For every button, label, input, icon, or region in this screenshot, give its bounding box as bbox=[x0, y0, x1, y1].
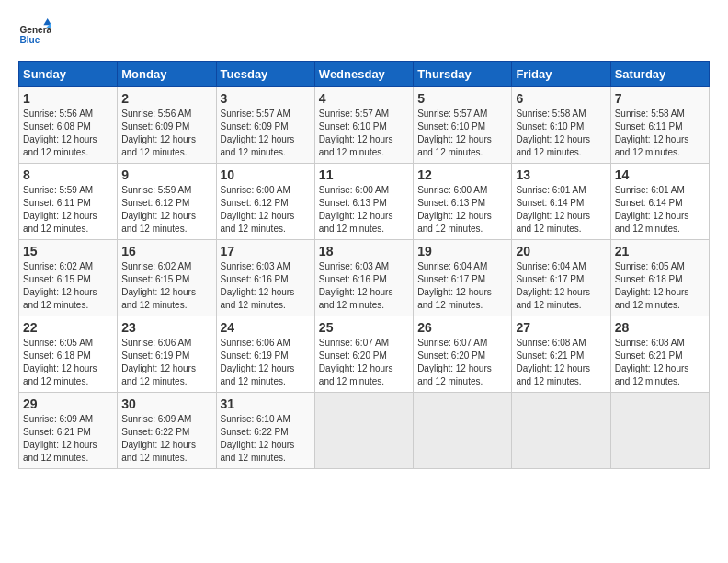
day-number: 2 bbox=[121, 91, 211, 106]
day-info: Sunrise: 6:09 AM Sunset: 6:21 PM Dayligh… bbox=[23, 413, 113, 465]
calendar-day-cell: 12Sunrise: 6:00 AM Sunset: 6:13 PM Dayli… bbox=[414, 164, 512, 240]
calendar-day-cell: 9Sunrise: 5:59 AM Sunset: 6:12 PM Daylig… bbox=[118, 164, 216, 240]
day-number: 18 bbox=[319, 244, 409, 259]
day-number: 21 bbox=[615, 244, 705, 259]
day-info: Sunrise: 5:57 AM Sunset: 6:10 PM Dayligh… bbox=[417, 108, 507, 159]
day-number: 26 bbox=[417, 320, 507, 335]
calendar-day-cell: 11Sunrise: 6:00 AM Sunset: 6:13 PM Dayli… bbox=[314, 164, 413, 240]
calendar-day-cell: 5Sunrise: 5:57 AM Sunset: 6:10 PM Daylig… bbox=[414, 87, 512, 164]
calendar-day-cell: 8Sunrise: 5:59 AM Sunset: 6:11 PM Daylig… bbox=[19, 164, 118, 240]
day-info: Sunrise: 5:58 AM Sunset: 6:11 PM Dayligh… bbox=[615, 108, 705, 159]
day-number: 27 bbox=[516, 320, 606, 335]
day-info: Sunrise: 6:00 AM Sunset: 6:13 PM Dayligh… bbox=[417, 184, 507, 236]
calendar-day-cell: 13Sunrise: 6:01 AM Sunset: 6:14 PM Dayli… bbox=[512, 164, 610, 240]
day-info: Sunrise: 6:10 AM Sunset: 6:22 PM Dayligh… bbox=[221, 413, 311, 465]
day-number: 29 bbox=[23, 396, 113, 411]
day-info: Sunrise: 6:08 AM Sunset: 6:21 PM Dayligh… bbox=[516, 337, 606, 388]
day-info: Sunrise: 6:05 AM Sunset: 6:18 PM Dayligh… bbox=[23, 337, 113, 388]
day-info: Sunrise: 6:06 AM Sunset: 6:19 PM Dayligh… bbox=[121, 337, 211, 388]
logo: General Blue bbox=[18, 18, 51, 52]
day-info: Sunrise: 6:04 AM Sunset: 6:17 PM Dayligh… bbox=[516, 260, 606, 312]
weekday-header-friday: Friday bbox=[512, 62, 610, 87]
day-number: 24 bbox=[221, 320, 311, 335]
calendar-day-cell: 18Sunrise: 6:03 AM Sunset: 6:16 PM Dayli… bbox=[314, 240, 413, 316]
day-info: Sunrise: 5:57 AM Sunset: 6:09 PM Dayligh… bbox=[221, 108, 311, 159]
day-number: 7 bbox=[615, 91, 705, 106]
day-info: Sunrise: 6:01 AM Sunset: 6:14 PM Dayligh… bbox=[615, 184, 705, 236]
calendar-day-cell: 29Sunrise: 6:09 AM Sunset: 6:21 PM Dayli… bbox=[19, 393, 118, 469]
calendar-day-cell: 20Sunrise: 6:04 AM Sunset: 6:17 PM Dayli… bbox=[512, 240, 610, 316]
calendar-day-cell: 16Sunrise: 6:02 AM Sunset: 6:15 PM Dayli… bbox=[118, 240, 216, 316]
day-number: 8 bbox=[23, 167, 113, 182]
day-info: Sunrise: 6:02 AM Sunset: 6:15 PM Dayligh… bbox=[23, 260, 113, 312]
day-info: Sunrise: 6:04 AM Sunset: 6:17 PM Dayligh… bbox=[417, 260, 507, 312]
day-number: 28 bbox=[615, 320, 705, 335]
calendar-day-cell: 19Sunrise: 6:04 AM Sunset: 6:17 PM Dayli… bbox=[414, 240, 512, 316]
calendar-day-cell: 27Sunrise: 6:08 AM Sunset: 6:21 PM Dayli… bbox=[512, 316, 610, 393]
calendar-day-cell: 25Sunrise: 6:07 AM Sunset: 6:20 PM Dayli… bbox=[314, 316, 413, 393]
calendar-day-cell: 3Sunrise: 5:57 AM Sunset: 6:09 PM Daylig… bbox=[216, 87, 314, 164]
weekday-header-tuesday: Tuesday bbox=[216, 62, 314, 87]
day-info: Sunrise: 6:07 AM Sunset: 6:20 PM Dayligh… bbox=[319, 337, 409, 388]
empty-cell bbox=[512, 393, 610, 469]
day-number: 17 bbox=[221, 244, 311, 259]
calendar-day-cell: 6Sunrise: 5:58 AM Sunset: 6:10 PM Daylig… bbox=[512, 87, 610, 164]
weekday-header-thursday: Thursday bbox=[414, 62, 512, 87]
day-number: 10 bbox=[221, 167, 311, 182]
day-info: Sunrise: 6:08 AM Sunset: 6:21 PM Dayligh… bbox=[615, 337, 705, 388]
svg-text:General: General bbox=[19, 25, 51, 35]
day-number: 11 bbox=[319, 167, 409, 182]
calendar-day-cell: 24Sunrise: 6:06 AM Sunset: 6:19 PM Dayli… bbox=[216, 316, 314, 393]
day-info: Sunrise: 6:06 AM Sunset: 6:19 PM Dayligh… bbox=[221, 337, 311, 388]
day-info: Sunrise: 5:56 AM Sunset: 6:09 PM Dayligh… bbox=[121, 108, 211, 159]
calendar-table: SundayMondayTuesdayWednesdayThursdayFrid… bbox=[18, 61, 710, 469]
calendar-day-cell: 28Sunrise: 6:08 AM Sunset: 6:21 PM Dayli… bbox=[610, 316, 709, 393]
calendar-week-row: 29Sunrise: 6:09 AM Sunset: 6:21 PM Dayli… bbox=[19, 393, 710, 469]
day-info: Sunrise: 6:03 AM Sunset: 6:16 PM Dayligh… bbox=[221, 260, 311, 312]
calendar-week-row: 1Sunrise: 5:56 AM Sunset: 6:08 PM Daylig… bbox=[19, 87, 710, 164]
day-number: 3 bbox=[221, 91, 311, 106]
calendar-day-cell: 21Sunrise: 6:05 AM Sunset: 6:18 PM Dayli… bbox=[610, 240, 709, 316]
calendar-day-cell: 4Sunrise: 5:57 AM Sunset: 6:10 PM Daylig… bbox=[314, 87, 413, 164]
empty-cell bbox=[314, 393, 413, 469]
day-info: Sunrise: 6:02 AM Sunset: 6:15 PM Dayligh… bbox=[121, 260, 211, 312]
calendar-day-cell: 23Sunrise: 6:06 AM Sunset: 6:19 PM Dayli… bbox=[118, 316, 216, 393]
day-info: Sunrise: 5:56 AM Sunset: 6:08 PM Dayligh… bbox=[23, 108, 113, 159]
day-number: 30 bbox=[121, 396, 211, 411]
day-number: 22 bbox=[23, 320, 113, 335]
calendar-day-cell: 7Sunrise: 5:58 AM Sunset: 6:11 PM Daylig… bbox=[610, 87, 709, 164]
day-info: Sunrise: 6:05 AM Sunset: 6:18 PM Dayligh… bbox=[615, 260, 705, 312]
day-number: 20 bbox=[516, 244, 606, 259]
calendar-day-cell: 1Sunrise: 5:56 AM Sunset: 6:08 PM Daylig… bbox=[19, 87, 118, 164]
svg-text:Blue: Blue bbox=[19, 35, 40, 45]
weekday-header-saturday: Saturday bbox=[610, 62, 709, 87]
calendar-day-cell: 14Sunrise: 6:01 AM Sunset: 6:14 PM Dayli… bbox=[610, 164, 709, 240]
day-number: 14 bbox=[615, 167, 705, 182]
weekday-header-row: SundayMondayTuesdayWednesdayThursdayFrid… bbox=[19, 62, 710, 87]
day-info: Sunrise: 6:00 AM Sunset: 6:13 PM Dayligh… bbox=[319, 184, 409, 236]
empty-cell bbox=[610, 393, 709, 469]
day-number: 16 bbox=[121, 244, 211, 259]
header: General Blue bbox=[18, 18, 710, 52]
day-number: 23 bbox=[121, 320, 211, 335]
calendar-day-cell: 10Sunrise: 6:00 AM Sunset: 6:12 PM Dayli… bbox=[216, 164, 314, 240]
calendar-day-cell: 17Sunrise: 6:03 AM Sunset: 6:16 PM Dayli… bbox=[216, 240, 314, 316]
calendar-day-cell: 30Sunrise: 6:09 AM Sunset: 6:22 PM Dayli… bbox=[118, 393, 216, 469]
day-number: 19 bbox=[417, 244, 507, 259]
day-number: 31 bbox=[221, 396, 311, 411]
day-info: Sunrise: 6:03 AM Sunset: 6:16 PM Dayligh… bbox=[319, 260, 409, 312]
day-info: Sunrise: 5:58 AM Sunset: 6:10 PM Dayligh… bbox=[516, 108, 606, 159]
weekday-header-wednesday: Wednesday bbox=[314, 62, 413, 87]
day-number: 1 bbox=[23, 91, 113, 106]
calendar-week-row: 15Sunrise: 6:02 AM Sunset: 6:15 PM Dayli… bbox=[19, 240, 710, 316]
day-info: Sunrise: 6:00 AM Sunset: 6:12 PM Dayligh… bbox=[221, 184, 311, 236]
day-number: 5 bbox=[417, 91, 507, 106]
day-info: Sunrise: 6:09 AM Sunset: 6:22 PM Dayligh… bbox=[121, 413, 211, 465]
calendar-day-cell: 26Sunrise: 6:07 AM Sunset: 6:20 PM Dayli… bbox=[414, 316, 512, 393]
empty-cell bbox=[414, 393, 512, 469]
day-info: Sunrise: 5:59 AM Sunset: 6:12 PM Dayligh… bbox=[121, 184, 211, 236]
day-number: 9 bbox=[121, 167, 211, 182]
day-info: Sunrise: 6:01 AM Sunset: 6:14 PM Dayligh… bbox=[516, 184, 606, 236]
day-number: 25 bbox=[319, 320, 409, 335]
day-number: 6 bbox=[516, 91, 606, 106]
